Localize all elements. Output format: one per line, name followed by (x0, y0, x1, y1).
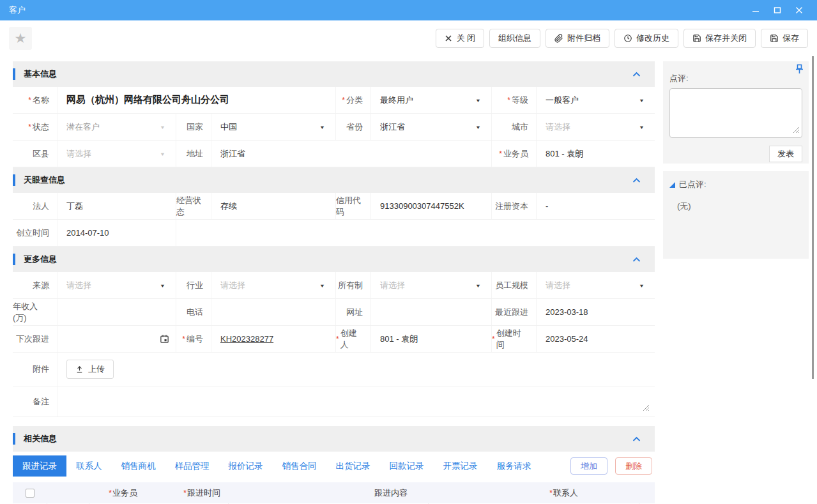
district-select[interactable]: 请选择▼ (57, 141, 176, 167)
source-select[interactable]: 请选择▼ (57, 272, 176, 298)
chevron-up-icon[interactable] (632, 433, 641, 445)
close-button[interactable]: 关 闭 (436, 29, 484, 48)
address-field[interactable]: 浙江省 (211, 141, 492, 167)
field-label-created: *创建时间 (492, 326, 537, 352)
reviewed-label: 已点评: (679, 179, 706, 190)
close-window-icon[interactable] (795, 6, 803, 14)
section-accent-bar (13, 68, 15, 80)
chevron-down-icon: ▼ (160, 151, 165, 157)
field-label-name: *名称 (13, 87, 57, 113)
tab-sales-opportunities[interactable]: 销售商机 (112, 455, 165, 477)
attachment-archive-button[interactable]: 附件归档 (546, 29, 609, 48)
website-input[interactable] (371, 299, 492, 325)
ownership-select[interactable]: 请选择▼ (371, 272, 492, 298)
grade-select[interactable]: 一般客户▼ (537, 87, 655, 113)
pin-icon[interactable] (795, 64, 804, 77)
field-label-grade: *等级 (492, 87, 537, 113)
country-select[interactable]: 中国▼ (211, 114, 336, 140)
city-select[interactable]: 请选择▼ (537, 114, 655, 140)
save-and-close-button[interactable]: 保存并关闭 (683, 29, 756, 48)
field-label-category: *分类 (336, 87, 371, 113)
field-label-code: *编号 (176, 326, 211, 352)
add-button[interactable]: 增加 (570, 457, 607, 475)
comment-input[interactable] (669, 88, 802, 138)
scrollbar-track[interactable] (809, 56, 817, 504)
comment-panel: 点评: 发表 已点评: (无) (663, 61, 809, 259)
paperclip-icon (554, 34, 563, 43)
tab-shipment-records[interactable]: 出货记录 (326, 455, 380, 477)
chevron-down-icon: ▼ (319, 124, 325, 130)
resize-handle-icon[interactable] (643, 402, 650, 414)
tab-quotation-records[interactable]: 报价记录 (219, 455, 273, 477)
field-label-last-follow: 最近跟进 (492, 299, 537, 325)
related-tabs: 跟进记录 联系人 销售商机 样品管理 报价记录 销售合同 出货记录 回款记录 开… (13, 452, 655, 477)
name-field[interactable]: 网易（杭州）网络有限公司舟山分公司 (57, 87, 336, 113)
field-label-next-follow: 下次跟进 (13, 326, 57, 352)
publish-button[interactable]: 发表 (769, 146, 802, 162)
section-title: 基本信息 (24, 68, 57, 80)
field-label-province: 省份 (336, 114, 371, 140)
industry-select[interactable]: 请选择▼ (211, 272, 336, 298)
field-label-phone: 电话 (176, 299, 211, 325)
chevron-up-icon[interactable] (632, 68, 641, 80)
field-label-credit-code: 信用代码 (336, 193, 371, 219)
maximize-icon[interactable] (774, 6, 781, 14)
field-label-remark: 备注 (13, 386, 57, 416)
comment-box: 点评: 发表 (663, 61, 809, 164)
annual-income-input[interactable] (57, 299, 176, 325)
remark-textarea[interactable] (57, 386, 655, 416)
field-label-founded: 创立时间 (13, 220, 57, 246)
tab-invoice-records[interactable]: 开票记录 (434, 455, 487, 477)
staff-size-select[interactable]: 请选择▼ (537, 272, 655, 298)
next-follow-date-input[interactable] (57, 326, 176, 352)
upload-button[interactable]: 上传 (66, 360, 114, 379)
tab-sample-management[interactable]: 样品管理 (165, 455, 219, 477)
tab-payment-records[interactable]: 回款记录 (380, 455, 434, 477)
triangle-icon[interactable] (669, 182, 675, 188)
resize-handle-icon[interactable] (793, 125, 800, 136)
field-label-district: 区县 (13, 141, 57, 167)
modify-history-button[interactable]: 修改历史 (615, 29, 678, 48)
category-select[interactable]: 最终用户▼ (371, 87, 492, 113)
field-label-status: *状态 (13, 114, 57, 140)
follow-table-header: *业务员 *跟进时间 跟进内容 *联系人 (13, 482, 655, 503)
field-label-legal-person: 法人 (13, 193, 57, 219)
save-button[interactable]: 保存 (761, 29, 808, 48)
tab-sales-contracts[interactable]: 销售合同 (273, 455, 326, 477)
favorite-star-icon[interactable]: ★ (9, 27, 32, 50)
scrollbar-thumb[interactable] (812, 56, 814, 379)
province-select[interactable]: 浙江省▼ (371, 114, 492, 140)
creator-field: 801 - 袁朗 (371, 326, 492, 352)
chevron-up-icon[interactable] (632, 254, 641, 265)
window-titlebar: 客户 (0, 0, 817, 20)
field-label-country: 国家 (176, 114, 211, 140)
delete-button[interactable]: 删除 (615, 457, 652, 475)
field-label-registered-capital: 注册资本 (492, 193, 537, 219)
field-label-operate-status: 经营状态 (176, 193, 211, 219)
save-icon (770, 34, 779, 43)
created-field: 2023-05-24 (537, 326, 655, 352)
chevron-up-icon[interactable] (632, 174, 641, 186)
field-label-address: 地址 (176, 141, 211, 167)
code-link[interactable]: KH202328277 (220, 334, 273, 344)
phone-input[interactable] (211, 299, 336, 325)
tab-follow-records[interactable]: 跟进记录 (13, 455, 66, 477)
status-select[interactable]: 潜在客户▼ (57, 114, 176, 140)
salesman-field[interactable]: 801 - 袁朗 (537, 141, 655, 167)
toolbar: ★ 关 闭 组织信息 附件归档 修改历史 保存并关闭 保存 (0, 20, 817, 56)
org-info-button[interactable]: 组织信息 (489, 29, 540, 48)
minimize-icon[interactable] (752, 6, 760, 14)
chevron-down-icon: ▼ (160, 282, 165, 288)
tab-contacts[interactable]: 联系人 (66, 455, 112, 477)
chevron-down-icon: ▼ (639, 97, 645, 103)
tab-service-requests[interactable]: 服务请求 (487, 455, 541, 477)
column-header-salesman: *业务员 (109, 482, 137, 503)
field-label-industry: 行业 (176, 272, 211, 298)
chevron-down-icon: ▼ (160, 124, 165, 130)
section-title: 相关信息 (24, 433, 57, 445)
comment-label: 点评: (669, 73, 802, 84)
operate-status-field: 存续 (211, 193, 336, 219)
code-link-cell: KH202328277 (211, 326, 336, 352)
field-label-source: 来源 (13, 272, 57, 298)
select-all-checkbox[interactable] (26, 489, 34, 498)
